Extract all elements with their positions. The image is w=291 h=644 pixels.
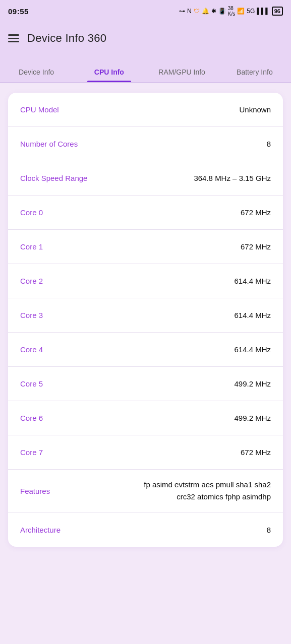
status-bar: 09:55 ⊶ N 🛡 🔔 ✱ 📳 38K/s 📶 5G ▌▌▌ 96	[0, 0, 291, 22]
wifi-icon: 📶	[237, 8, 245, 15]
signal-icon: 5G	[247, 8, 255, 15]
tab-ram-gpu-info[interactable]: RAM/GPU Info	[146, 61, 218, 82]
device-icon: 📳	[218, 8, 226, 15]
row-label: Core 5	[20, 379, 131, 388]
row-label: Clock Speed Range	[20, 174, 131, 182]
app-bar: Device Info 360	[0, 22, 291, 54]
row-label: Core 2	[20, 277, 131, 285]
row-value: Unknown	[136, 105, 271, 114]
tab-device-info[interactable]: Device Info	[0, 61, 73, 82]
row-value: 614.4 MHz	[136, 311, 271, 319]
row-label: CPU Model	[20, 105, 131, 114]
shield-icon: 🛡	[194, 8, 200, 15]
row-label: Architecture	[20, 526, 131, 534]
row-label: Core 6	[20, 414, 131, 422]
table-row: Number of Cores8	[8, 127, 283, 161]
battery-icon: 96	[272, 7, 283, 16]
bluetooth-icon: ✱	[211, 8, 216, 15]
table-row: Core 6499.2 MHz	[8, 401, 283, 435]
row-value: 672 MHz	[136, 242, 271, 251]
row-label: Core 1	[20, 242, 131, 251]
row-value: 8	[136, 140, 271, 148]
alarm-icon: 🔔	[202, 8, 209, 15]
data-speed: 38K/s	[228, 6, 235, 17]
row-value: 672 MHz	[136, 208, 271, 217]
tab-battery-info[interactable]: Battery Info	[218, 61, 291, 82]
row-value: fp asimd evtstrm aes pmull sha1 sha2 crc…	[136, 479, 271, 503]
row-value: 364.8 MHz – 3.15 GHz	[136, 174, 271, 182]
table-row: Featuresfp asimd evtstrm aes pmull sha1 …	[8, 470, 283, 512]
table-row: Core 2614.4 MHz	[8, 264, 283, 298]
row-value: 499.2 MHz	[136, 379, 271, 388]
table-row: Core 3614.4 MHz	[8, 298, 283, 333]
table-row: Core 0672 MHz	[8, 196, 283, 230]
nfc-icon: N	[187, 8, 192, 15]
row-label: Core 3	[20, 311, 131, 319]
status-icons: ⊶ N 🛡 🔔 ✱ 📳 38K/s 📶 5G ▌▌▌ 96	[179, 6, 283, 17]
table-row: CPU ModelUnknown	[8, 93, 283, 127]
row-label: Features	[20, 487, 131, 495]
row-label: Core 0	[20, 208, 131, 217]
row-value: 614.4 MHz	[136, 345, 271, 354]
cpu-info-card: CPU ModelUnknownNumber of Cores8Clock Sp…	[8, 93, 283, 547]
signal-bars: ▌▌▌	[257, 8, 270, 15]
table-row: Core 4614.4 MHz	[8, 333, 283, 367]
row-value: 499.2 MHz	[136, 414, 271, 422]
row-value: 8	[136, 526, 271, 534]
status-time: 09:55	[8, 7, 29, 16]
menu-button[interactable]	[8, 34, 19, 42]
key-icon: ⊶	[179, 8, 185, 15]
tab-bar: Device Info CPU Info RAM/GPU Info Batter…	[0, 54, 291, 83]
table-row: Core 1672 MHz	[8, 230, 283, 264]
table-row: Core 7672 MHz	[8, 435, 283, 470]
row-label: Number of Cores	[20, 140, 131, 148]
row-label: Core 7	[20, 448, 131, 457]
table-row: Architecture8	[8, 512, 283, 547]
row-value: 672 MHz	[136, 448, 271, 457]
app-title: Device Info 360	[27, 32, 106, 45]
row-label: Core 4	[20, 345, 131, 354]
table-row: Clock Speed Range364.8 MHz – 3.15 GHz	[8, 161, 283, 196]
tab-cpu-info[interactable]: CPU Info	[73, 61, 145, 82]
table-row: Core 5499.2 MHz	[8, 367, 283, 401]
main-content: CPU ModelUnknownNumber of Cores8Clock Sp…	[0, 83, 291, 557]
row-value: 614.4 MHz	[136, 277, 271, 285]
